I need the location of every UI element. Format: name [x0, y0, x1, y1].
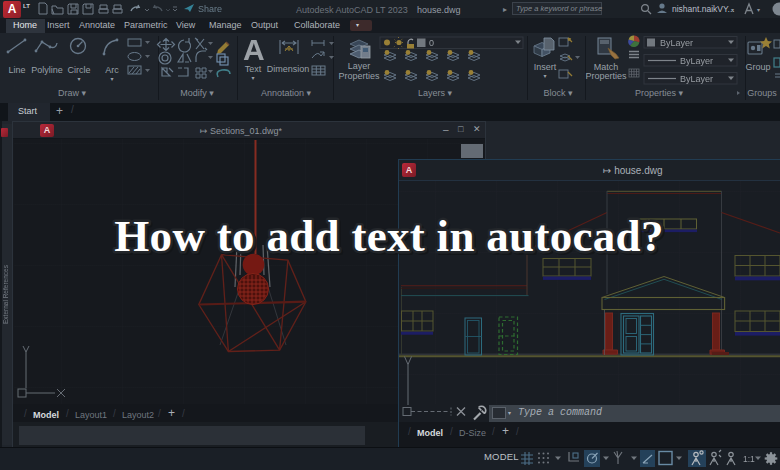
svg-text:How to add text in autocad?: How to add text in autocad?	[114, 211, 663, 261]
